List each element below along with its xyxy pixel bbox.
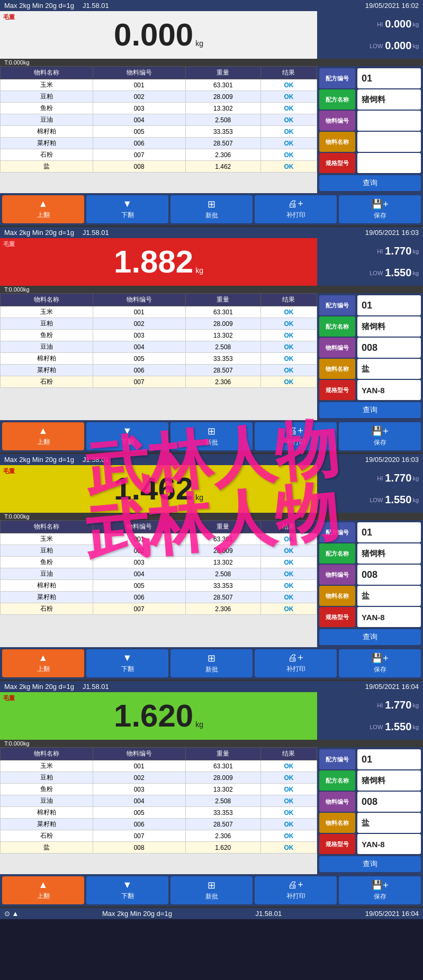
query-button[interactable]: 查询 (319, 402, 421, 418)
weight-area: 毛重 1.462 kg HI 1.770 kg LOW 1.550 (0, 465, 423, 513)
btn-down-label: 下翻 (121, 211, 134, 220)
table-row: 豆油 004 2.508 OK (1, 568, 317, 580)
cell-material-num: 003 (93, 557, 185, 568)
main-content: 物料名称物料编号重量结果 玉米 001 63.301 OK 豆粕 002 28.… (0, 747, 423, 874)
down-icon: ▼ (123, 879, 132, 891)
formula-num-value: 01 (357, 522, 421, 542)
bottom-status-bar: ⊙ ▲ Max 2kg Min 20g d=1g J1.58.01 19/05/… (0, 908, 423, 919)
btn-print-label: 补打印 (286, 211, 305, 220)
weight-row: 1.882 kg (114, 246, 203, 278)
btn-new[interactable]: ⊞ 新批 (170, 195, 253, 223)
cell-material-num: 005 (93, 126, 185, 138)
datetime: 19/05/2021 16:04 (365, 683, 419, 691)
btn-print[interactable]: 🖨+ 补打印 (255, 195, 337, 223)
cell-material-num: 001 (93, 760, 185, 772)
low-value: 1.550 (385, 721, 411, 733)
firmware-info: J1.58.01 (83, 229, 109, 237)
btn-new[interactable]: ⊞ 新批 (170, 422, 253, 450)
weight-label: 毛重 (3, 13, 15, 21)
cell-material-name: 玉米 (1, 79, 93, 91)
up-icon: ▲ (39, 198, 48, 210)
cell-material-num: 002 (93, 91, 185, 103)
low-label: LOW (370, 497, 383, 503)
cell-result: OK (260, 330, 317, 341)
formula-num-row: 配方编号 01 (319, 749, 421, 769)
cell-material-num: 002 (93, 772, 185, 784)
low-row: LOW 1.550 kg (321, 494, 419, 506)
table-row: 菜籽粕 006 28.507 OK (1, 138, 317, 149)
top-bar-left: Max 2kg Min 20g d=1g J1.58.01 (4, 2, 109, 10)
material-name-label: 物料名称 (319, 132, 355, 152)
cell-material-num: 001 (93, 533, 185, 545)
material-num-row: 物料编号 (319, 111, 421, 131)
material-name-value: 盐 (357, 813, 421, 833)
cell-material-name: 石粉 (1, 376, 93, 388)
btn-print[interactable]: 🖨+ 补打印 (255, 876, 337, 904)
tare-value: T:0.000kg (4, 740, 30, 747)
btn-save[interactable]: 💾+ 保存 (339, 649, 421, 677)
cell-result: OK (260, 365, 317, 376)
top-bar-left: Max 2kg Min 20g d=1g J1.58.01 (4, 683, 109, 691)
weight-right: HI 0.000 kg LOW 0.000 kg (317, 11, 423, 59)
weight-area: 毛重 1.620 kg HI 1.770 kg LOW 1.550 (0, 692, 423, 740)
btn-down[interactable]: ▼ 下翻 (86, 649, 168, 677)
cell-weight: 28.507 (185, 365, 260, 376)
table-header: 结果 (260, 67, 317, 79)
btn-down[interactable]: ▼ 下翻 (86, 876, 168, 904)
cell-result: OK (260, 842, 317, 854)
cell-material-name: 菜籽粕 (1, 138, 93, 149)
low-value: 1.550 (385, 494, 411, 506)
spec-value: YAN-8 (357, 607, 421, 627)
query-button[interactable]: 查询 (319, 856, 421, 872)
query-button[interactable]: 查询 (319, 175, 421, 191)
cell-weight: 63.301 (185, 79, 260, 91)
btn-print[interactable]: 🖨+ 补打印 (255, 649, 337, 677)
btn-up-label: 上翻 (37, 665, 50, 674)
cell-weight: 2.306 (185, 830, 260, 842)
cell-material-num: 005 (93, 580, 185, 592)
btn-up[interactable]: ▲ 上翻 (2, 876, 84, 904)
panel-1: Max 2kg Min 20g d=1g J1.58.01 19/05/2021… (0, 0, 423, 227)
low-row: LOW 1.550 kg (321, 721, 419, 733)
btn-up[interactable]: ▲ 上翻 (2, 422, 84, 450)
cell-material-name: 鱼粉 (1, 557, 93, 568)
info-panel: 配方编号 01 配方名称 猪饲料 物料编号 008 物料名称 盐 规格型号 YA… (317, 520, 423, 647)
btn-down[interactable]: ▼ 下翻 (86, 195, 168, 223)
weight-main: 毛重 1.462 kg (0, 465, 317, 513)
low-unit: kg (412, 43, 419, 49)
weight-main: 毛重 0.000 kg (0, 11, 317, 59)
btn-new-label: 新批 (205, 665, 218, 674)
btn-print[interactable]: 🖨+ 补打印 (255, 422, 337, 450)
weight-row: 1.620 kg (114, 700, 203, 732)
cell-result: OK (260, 138, 317, 149)
table-row: 玉米 001 63.301 OK (1, 533, 317, 545)
low-label: LOW (370, 724, 383, 730)
save-icon: 💾+ (371, 425, 389, 437)
table-row: 石粉 007 2.306 OK (1, 603, 317, 615)
table-row: 菜籽粕 006 28.507 OK (1, 819, 317, 830)
table-header: 物料编号 (93, 294, 185, 306)
btn-new[interactable]: ⊞ 新批 (170, 649, 253, 677)
cell-weight: 28.009 (185, 545, 260, 557)
table-header-row: 物料名称物料编号重量结果 (1, 294, 317, 306)
btn-save-label: 保存 (374, 665, 386, 674)
hi-unit: kg (412, 702, 419, 709)
cell-weight: 13.302 (185, 784, 260, 795)
btn-save[interactable]: 💾+ 保存 (339, 195, 421, 223)
btn-save[interactable]: 💾+ 保存 (339, 876, 421, 904)
btn-save[interactable]: 💾+ 保存 (339, 422, 421, 450)
btn-up[interactable]: ▲ 上翻 (2, 195, 84, 223)
btn-save-label: 保存 (374, 892, 386, 901)
query-button[interactable]: 查询 (319, 629, 421, 645)
cell-material-name: 盐 (1, 161, 93, 173)
table-row: 鱼粉 003 13.302 OK (1, 330, 317, 341)
hi-row: HI 1.770 kg (321, 699, 419, 711)
formula-name-row: 配方名称 猪饲料 (319, 89, 421, 110)
btn-new[interactable]: ⊞ 新批 (170, 876, 253, 904)
btn-down[interactable]: ▼ 下翻 (86, 422, 168, 450)
cell-material-num: 003 (93, 784, 185, 795)
cell-result: OK (260, 341, 317, 353)
cell-material-num: 005 (93, 807, 185, 819)
btn-up[interactable]: ▲ 上翻 (2, 649, 84, 677)
cell-material-name: 鱼粉 (1, 784, 93, 795)
